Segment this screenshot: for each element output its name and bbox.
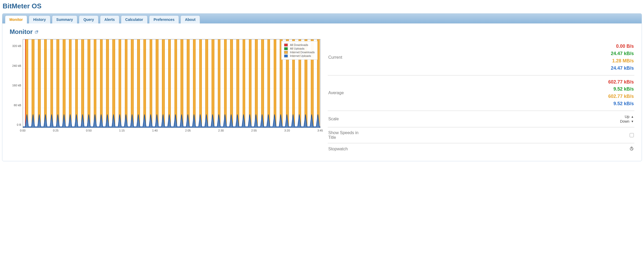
chart-legend: All Downloads All Uploads Internet Downl… bbox=[281, 41, 318, 60]
average-label: Average bbox=[328, 91, 344, 95]
stopwatch-label: Stopwatch bbox=[328, 147, 348, 151]
tab-monitor[interactable]: Monitor bbox=[5, 15, 27, 23]
tab-alerts[interactable]: Alerts bbox=[100, 15, 119, 23]
clock-icon[interactable] bbox=[629, 146, 634, 152]
scale-panel: Scale Up ▲ Down ▼ bbox=[328, 111, 634, 127]
current-all-uploads: 24.47 kB/s bbox=[611, 50, 634, 57]
scale-up-button[interactable]: Up ▲ bbox=[620, 115, 634, 119]
x-tick: 0:00 bbox=[20, 128, 25, 132]
tab-history[interactable]: History bbox=[29, 15, 50, 23]
tab-about[interactable]: About bbox=[180, 15, 200, 23]
main-container: Monitor History Summary Query Alerts Cal… bbox=[2, 13, 642, 161]
x-tick: 2:05 bbox=[185, 128, 191, 132]
legend-all-uploads: All Uploads bbox=[284, 47, 315, 50]
current-internet-uploads: 24.47 kB/s bbox=[611, 65, 634, 72]
current-label: Current bbox=[328, 55, 342, 60]
tab-bar: Monitor History Summary Query Alerts Cal… bbox=[2, 14, 642, 23]
series-internet-uploads bbox=[23, 39, 320, 128]
tab-preferences[interactable]: Preferences bbox=[149, 15, 179, 23]
show-speeds-checkbox[interactable] bbox=[630, 133, 634, 137]
scale-label: Scale bbox=[328, 117, 339, 121]
average-panel: Average 602.77 kB/s 9.52 kB/s 602.77 kB/… bbox=[328, 75, 634, 111]
average-all-downloads: 602.77 kB/s bbox=[608, 79, 634, 86]
tab-calculator[interactable]: Calculator bbox=[121, 15, 148, 23]
y-tick: 240 kB bbox=[10, 64, 23, 67]
y-tick: 80 kB bbox=[10, 104, 23, 107]
scale-down-button[interactable]: Down ▼ bbox=[620, 119, 634, 123]
average-internet-uploads: 9.52 kB/s bbox=[608, 100, 634, 108]
stats-column: Current 0.00 B/s 24.47 kB/s 1.28 MB/s 24… bbox=[328, 39, 634, 155]
chart-column: All Downloads All Uploads Internet Downl… bbox=[10, 39, 323, 136]
stopwatch-panel: Stopwatch bbox=[328, 143, 634, 155]
page-title: Monitor bbox=[10, 28, 33, 35]
legend-internet-downloads: Internet Downloads bbox=[284, 51, 315, 54]
legend-internet-uploads: Internet Uploads bbox=[284, 54, 315, 57]
average-all-uploads: 9.52 kB/s bbox=[608, 86, 634, 93]
show-speeds-label: Show Speeds in Title bbox=[328, 130, 365, 140]
chart-plot-area: All Downloads All Uploads Internet Downl… bbox=[23, 39, 320, 128]
bandwidth-chart: All Downloads All Uploads Internet Downl… bbox=[10, 39, 323, 136]
app-title: BitMeter OS bbox=[0, 0, 644, 13]
popout-icon[interactable] bbox=[35, 28, 38, 35]
current-internet-downloads: 1.28 MB/s bbox=[611, 57, 634, 65]
current-all-downloads: 0.00 B/s bbox=[611, 43, 634, 50]
current-panel: Current 0.00 B/s 24.47 kB/s 1.28 MB/s 24… bbox=[328, 40, 634, 75]
tab-query[interactable]: Query bbox=[79, 15, 98, 23]
y-tick: 0 B bbox=[10, 123, 23, 126]
y-tick: 320 kB bbox=[10, 44, 23, 47]
average-internet-downloads: 602.77 kB/s bbox=[608, 93, 634, 100]
tab-content: Monitor bbox=[2, 23, 642, 161]
page-heading-row: Monitor bbox=[10, 28, 634, 35]
legend-all-downloads: All Downloads bbox=[284, 43, 315, 46]
x-tick: 3:45 bbox=[317, 128, 323, 132]
y-tick: 160 kB bbox=[10, 84, 23, 87]
x-tick: 3:20 bbox=[284, 128, 290, 132]
show-speeds-panel: Show Speeds in Title bbox=[328, 127, 634, 143]
x-tick: 1:40 bbox=[152, 128, 157, 132]
chevron-down-icon: ▼ bbox=[631, 120, 634, 123]
x-tick: 2:30 bbox=[218, 128, 224, 132]
x-tick: 2:55 bbox=[251, 128, 257, 132]
x-tick: 0:50 bbox=[86, 128, 91, 132]
x-tick: 1:15 bbox=[119, 128, 125, 132]
chevron-up-icon: ▲ bbox=[631, 115, 634, 118]
x-tick: 0:25 bbox=[53, 128, 58, 132]
tab-summary[interactable]: Summary bbox=[52, 15, 78, 23]
